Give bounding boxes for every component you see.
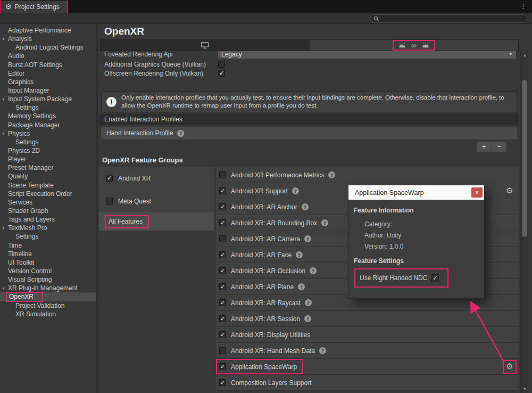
sidebar-item[interactable]: ▼ Analysis: [0, 35, 96, 43]
offscreen-rendering-checkbox[interactable]: ✓: [218, 70, 225, 77]
feature-checkbox[interactable]: ✓: [219, 347, 226, 354]
close-button[interactable]: ×: [471, 187, 483, 198]
feature-checkbox[interactable]: ✓: [219, 235, 226, 242]
help-icon[interactable]: ?: [310, 267, 317, 274]
kebab-menu-icon[interactable]: ⋮: [520, 2, 527, 10]
expander-icon[interactable]: ▼: [2, 226, 8, 230]
sidebar-item[interactable]: ▼ Quality: [0, 172, 96, 181]
help-icon[interactable]: ?: [305, 299, 312, 306]
add-profile-button[interactable]: +: [477, 142, 492, 152]
sidebar-item[interactable]: ▼ Burst AOT Settings: [0, 61, 96, 69]
sidebar-item[interactable]: ▼ Android Logcat Settings: [0, 43, 96, 52]
feature-row[interactable]: ✓ Android XR: Hand Mesh Data ? ⚙: [216, 343, 519, 359]
sidebar-item[interactable]: ▼ Settings: [0, 103, 96, 112]
meta-logo-icon: ∞: [411, 43, 417, 48]
project-settings-tab[interactable]: ⚙ Project Settings: [1, 1, 66, 13]
sidebar-item[interactable]: ▼ Audio: [0, 52, 96, 60]
expander-icon[interactable]: ▼: [2, 132, 8, 135]
feature-group-row[interactable]: ✓ Meta Quest: [99, 190, 214, 212]
help-icon[interactable]: ?: [304, 315, 311, 322]
feature-group-checkbox[interactable]: ✓: [106, 198, 113, 204]
sidebar-item[interactable]: ▼ Player: [0, 155, 96, 163]
sidebar-item[interactable]: ▼ Script Execution Order: [0, 190, 96, 198]
sidebar-item[interactable]: ▼ TextMesh Pro: [0, 224, 96, 232]
sidebar-item-label: Visual Scripting: [8, 276, 52, 283]
feature-checkbox[interactable]: ✓: [219, 251, 226, 258]
feature-checkbox[interactable]: ✓: [219, 315, 226, 322]
expander-icon[interactable]: ▼: [2, 37, 8, 41]
sidebar-item[interactable]: ▼ Settings: [0, 138, 96, 146]
foveated-rendering-select[interactable]: Legacy ▼: [218, 51, 516, 59]
feature-settings-button[interactable]: ⚙: [503, 184, 517, 198]
help-icon[interactable]: ?: [292, 187, 299, 194]
feature-checkbox[interactable]: ✓: [219, 219, 226, 226]
sidebar-item[interactable]: ▼ Time: [0, 241, 96, 250]
expander-icon[interactable]: ▼: [2, 286, 8, 290]
feature-checkbox[interactable]: ✓: [219, 299, 226, 306]
sidebar-item[interactable]: ▼ Input Manager: [0, 86, 96, 95]
feature-checkbox[interactable]: ✓: [219, 331, 226, 338]
feature-checkbox[interactable]: ✓: [219, 171, 226, 178]
tab-android-xr[interactable]: ∞: [310, 40, 519, 51]
scrollbar-thumb[interactable]: [522, 80, 527, 237]
search-icon: [373, 16, 379, 22]
expander-icon[interactable]: ▼: [2, 97, 8, 101]
sidebar-item[interactable]: ▼ Editor: [0, 69, 96, 78]
feature-checkbox[interactable]: ✓: [219, 363, 226, 370]
hand-interaction-profile-row[interactable]: Hand Interaction Profile ?: [101, 127, 517, 140]
scroll-down-icon[interactable]: ▼: [520, 386, 529, 392]
feature-group-row[interactable]: ✓ All Features: [99, 212, 214, 231]
feature-row[interactable]: ✓ Android XR: Display Utilities ? ⚙: [216, 327, 519, 343]
sidebar-item[interactable]: ▼ Memory Settings: [0, 112, 96, 120]
feature-checkbox[interactable]: ✓: [219, 379, 226, 386]
vertical-scrollbar[interactable]: ▲ ▼: [520, 51, 529, 393]
sidebar-item[interactable]: ▼ Physics: [0, 129, 96, 138]
sidebar-item[interactable]: ▼ Adaptive Performance: [0, 26, 96, 35]
sidebar-item[interactable]: ▼ UI Toolkit: [0, 258, 96, 267]
sidebar-item[interactable]: ▼ Scene Template: [0, 181, 96, 190]
sidebar-item[interactable]: ▼ OpenXR: [0, 292, 96, 301]
sidebar-item[interactable]: ▼ Tags and Layers: [0, 215, 96, 224]
sidebar-item[interactable]: ▼ Graphics: [0, 78, 96, 86]
feature-checkbox[interactable]: ✓: [219, 187, 226, 194]
sidebar-item[interactable]: ▼ Version Control: [0, 267, 96, 275]
scroll-up-icon[interactable]: ▲: [520, 52, 529, 58]
help-icon[interactable]: ?: [298, 283, 305, 290]
help-icon[interactable]: ?: [302, 203, 309, 210]
sidebar-item[interactable]: ▼ Visual Scripting: [0, 275, 96, 284]
feature-group-row[interactable]: ✓ Android XR: [99, 167, 214, 190]
help-icon[interactable]: ?: [319, 347, 326, 354]
feature-row[interactable]: ✓ Application SpaceWarp ? ⚙: [216, 359, 519, 375]
feature-row[interactable]: ✓ Composition Layers Support ? ⚙: [216, 375, 519, 391]
gear-icon: ⚙: [506, 187, 513, 195]
feature-settings-button[interactable]: ⚙: [503, 360, 517, 374]
feature-group-checkbox[interactable]: ✓: [106, 175, 113, 182]
help-icon[interactable]: ?: [296, 251, 303, 258]
additional-graphics-queue-checkbox[interactable]: ✓: [218, 61, 225, 68]
sidebar-item[interactable]: ▼ Project Validation: [0, 301, 96, 310]
feature-checkbox[interactable]: ✓: [219, 267, 226, 274]
sidebar-item-label: Input System Package: [8, 95, 72, 103]
remove-profile-button[interactable]: −: [492, 142, 507, 152]
feature-row[interactable]: ✓ Android XR: AR Session ? ⚙: [216, 311, 519, 327]
sidebar-item[interactable]: ▼ Shader Graph: [0, 207, 96, 215]
help-icon[interactable]: ?: [304, 235, 311, 242]
tab-standalone[interactable]: [101, 40, 310, 51]
sidebar-item[interactable]: ▼ Physics 2D: [0, 146, 96, 155]
help-icon[interactable]: ?: [177, 130, 184, 137]
help-icon[interactable]: ?: [328, 171, 335, 178]
feature-checkbox[interactable]: ✓: [219, 203, 226, 210]
use-right-handed-ndc-checkbox[interactable]: ✓: [431, 274, 439, 282]
sidebar-item[interactable]: ▼ Settings: [0, 232, 96, 241]
sidebar-item[interactable]: ▼ Services: [0, 198, 96, 207]
search-input[interactable]: [370, 14, 527, 23]
sidebar-item[interactable]: ▼ Input System Package: [0, 95, 96, 103]
sidebar-item[interactable]: ▼ Package Manager: [0, 121, 96, 129]
sidebar-item[interactable]: ▼ Preset Manager: [0, 163, 96, 172]
sidebar-item[interactable]: ▼ XR Simulation: [0, 310, 96, 318]
sidebar-item[interactable]: ▼ XR Plug-in Management: [0, 284, 96, 292]
sidebar-item[interactable]: ▼ Timeline: [0, 250, 96, 258]
feature-row[interactable]: ✓ Android XR Performance Metrics ? ⚙: [216, 167, 519, 183]
help-icon[interactable]: ?: [321, 219, 328, 226]
feature-checkbox[interactable]: ✓: [219, 283, 226, 290]
